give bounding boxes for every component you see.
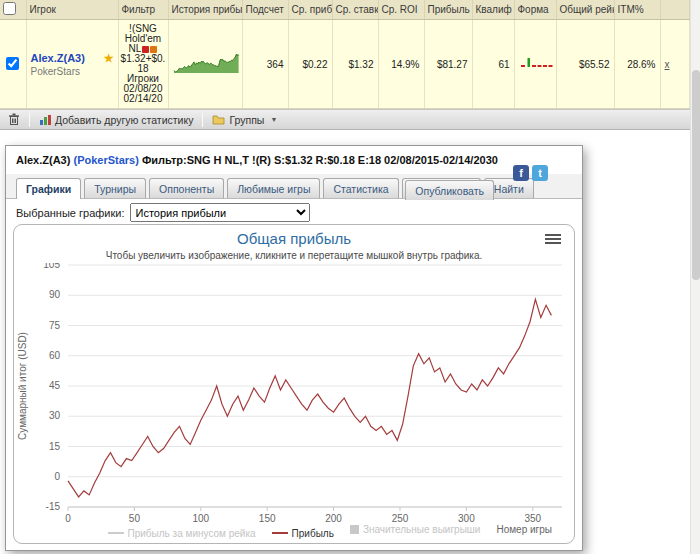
svg-text:300: 300 [458, 513, 475, 523]
svg-text:150: 150 [259, 513, 276, 523]
svg-text:45: 45 [49, 380, 61, 391]
total-rake-cell: $65.52 [556, 20, 614, 109]
svg-text:90: 90 [49, 289, 61, 300]
svg-text:200: 200 [325, 513, 342, 523]
player-site: PokerStars [31, 66, 114, 77]
col-header-avg-profit[interactable]: Ср. прибы [288, 0, 332, 20]
select-all-cell [0, 0, 26, 20]
filter-cell[interactable]: !(SNG Hold'em NL $1.32+$0. 18 Игроки 02/… [118, 20, 168, 109]
avg-stake-cell: $1.32 [332, 20, 378, 109]
legend-label: Прибыль [292, 528, 334, 539]
chart-menu-icon[interactable] [545, 234, 561, 246]
legend-item-1[interactable]: Прибыль [272, 528, 334, 539]
col-header-player[interactable]: Игрок [26, 0, 118, 20]
delete-button[interactable] [6, 112, 22, 127]
tab-charts[interactable]: Графики [16, 178, 81, 199]
caret-down-icon: ▼ [270, 116, 277, 123]
player-name[interactable]: ★Alex.Z(A3) [31, 52, 114, 64]
legend-swatch [272, 532, 288, 534]
chart-title: Общая прибыль [14, 230, 574, 247]
add-statistic-button[interactable]: Добавить другую статистику [37, 113, 195, 127]
chart-legend: Прибыль за минусом рейкаПрибыльЗначитель… [14, 524, 574, 539]
profit-history-sparkline[interactable] [173, 52, 241, 74]
dialog-tabs: Графики Турниры Оппоненты Любимые игры С… [6, 174, 582, 199]
social-buttons: f t [513, 165, 548, 181]
stats-table: Игрок Фильтр История прибы Подсчет Ср. п… [0, 0, 690, 109]
filter-gametype-icon [150, 46, 157, 53]
svg-text:350: 350 [524, 513, 541, 523]
svg-text:0: 0 [54, 471, 60, 482]
chart-container[interactable]: Общая прибыль Чтобы увеличить изображени… [13, 224, 575, 544]
tab-statistics[interactable]: Статистика [323, 178, 398, 198]
row-checkbox[interactable] [6, 57, 19, 70]
profit-line-chart[interactable]: -150153045607590105050100150200250300350… [16, 263, 572, 523]
svg-text:15: 15 [49, 441, 61, 452]
player-details-dialog: Alex.Z(A3) (PokerStars) Фильтр:SNG H NL,… [5, 145, 583, 551]
svg-text:Суммарный итог (USD): Суммарный итог (USD) [17, 332, 28, 440]
col-header-remove [660, 0, 690, 20]
legend-label: Прибыль за минусом рейка [128, 528, 256, 539]
svg-text:50: 50 [129, 513, 141, 523]
col-header-itm[interactable]: ITM% [614, 0, 660, 20]
table-row: ★Alex.Z(A3) PokerStars !(SNG Hold'em NL … [0, 20, 690, 109]
profit-cell: $81.27 [424, 20, 472, 109]
legend-label: Значительные выигрыши [363, 524, 481, 535]
chart-type-select[interactable]: История прибыли [130, 203, 310, 222]
legend-item-2[interactable]: Значительные выигрыши [350, 524, 481, 535]
toolbar-separator [29, 113, 30, 127]
legend-swatch [350, 525, 359, 534]
groups-label: Группы [229, 114, 264, 126]
tab-opponents[interactable]: Оппоненты [149, 178, 224, 198]
remove-cell: x [660, 20, 690, 109]
filter-line: Hold'em [120, 34, 167, 44]
add-statistic-label: Добавить другую статистику [55, 114, 193, 126]
trash-icon [8, 113, 20, 126]
col-header-form[interactable]: Форма [514, 0, 556, 20]
col-header-avg-roi[interactable]: Ср. ROI [378, 0, 424, 20]
col-header-count[interactable]: Подсчет [242, 0, 288, 20]
col-header-filter[interactable]: Фильтр [118, 0, 168, 20]
scrollbar-thumb[interactable] [692, 70, 700, 280]
tab-tournaments[interactable]: Турниры [84, 178, 146, 198]
tab-favorite-games[interactable]: Любимые игры [227, 178, 320, 198]
select-all-checkbox[interactable] [3, 2, 16, 15]
svg-text:0: 0 [65, 513, 71, 523]
selected-charts-label: Выбранные графики: [16, 207, 124, 219]
svg-text:105: 105 [43, 263, 60, 270]
col-header-profit[interactable]: Прибыль [424, 0, 472, 20]
svg-text:75: 75 [49, 320, 61, 331]
svg-text:250: 250 [392, 513, 409, 523]
col-header-qualification[interactable]: Квалиф [472, 0, 514, 20]
col-header-avg-stake[interactable]: Ср. ставк [332, 0, 378, 20]
profit-history-cell[interactable] [168, 20, 242, 109]
page-scrollbar[interactable] [690, 0, 700, 554]
toolbar-separator [202, 113, 203, 127]
chart-select-row: Выбранные графики: История прибыли [16, 203, 310, 222]
dialog-filter-text: Фильтр:SNG H NL,T !(R) S:$1.32 R:$0.18 E… [142, 154, 498, 166]
player-cell[interactable]: ★Alex.Z(A3) PokerStars [26, 20, 118, 109]
table-toolbar: Добавить другую статистику Группы ▼ [0, 109, 690, 130]
col-header-profit-history[interactable]: История прибы [168, 0, 242, 20]
table-header-row: Игрок Фильтр История прибы Подсчет Ср. п… [0, 0, 690, 20]
favorite-star-icon[interactable]: ★ [104, 52, 114, 65]
avg-profit-cell: $0.22 [288, 20, 332, 109]
legend-item-0[interactable]: Прибыль за минусом рейка [108, 528, 256, 539]
twitter-icon[interactable]: t [532, 165, 548, 181]
svg-text:-15: -15 [46, 501, 61, 512]
col-header-total-rake[interactable]: Общий рейк [556, 0, 614, 20]
add-statistic-icon [39, 114, 51, 126]
dialog-player-name: Alex.Z(A3) [16, 154, 70, 166]
svg-text:100: 100 [192, 513, 209, 523]
dialog-site-link[interactable]: (PokerStars) [73, 154, 138, 166]
remove-row-link[interactable]: x [665, 59, 670, 70]
form-sparkline [519, 56, 555, 70]
groups-dropdown[interactable]: Группы ▼ [210, 113, 279, 127]
row-select-cell [0, 20, 26, 109]
legend-swatch [108, 532, 124, 534]
filter-line: 02/14/20 [120, 94, 167, 104]
svg-text:30: 30 [49, 410, 61, 421]
form-cell [514, 20, 556, 109]
itm-cell: 28.6% [614, 20, 660, 109]
facebook-icon[interactable]: f [513, 165, 529, 181]
tab-publish[interactable]: Опубликовать [405, 180, 494, 200]
